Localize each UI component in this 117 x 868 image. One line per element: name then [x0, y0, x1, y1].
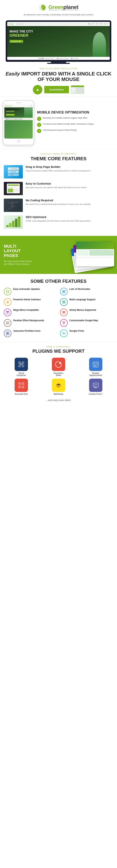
multi-layout-left: MULTI LAYOUT PAGES We create several Uni…	[4, 244, 34, 266]
feat-title-8: Customizable Google Map	[69, 319, 113, 322]
feat-title-5: Mega Menu Compatible	[13, 309, 57, 311]
svg-rect-44	[22, 385, 24, 388]
stickymenu-svg	[62, 311, 66, 314]
svg-rect-19	[6, 322, 9, 323]
svg-rect-51	[57, 384, 60, 385]
eg-svg	[18, 381, 25, 389]
one-click-section: ONE-CLICK DEMO INSTALLATION Easily IMPOR…	[0, 64, 117, 96]
feature-title-4: SEO Optimized	[26, 215, 113, 219]
svg-rect-15	[62, 311, 65, 312]
svg-rect-7	[64, 292, 65, 293]
svg-rect-25	[8, 334, 9, 335]
feat-text-2: Lots of Shortcodes	[69, 288, 113, 290]
svg-text:CF7: CF7	[94, 387, 97, 389]
theme-features-section: FOR EASY WEBSITE CREATION THEME CORE FEA…	[0, 149, 117, 236]
cf7-svg: CF7	[92, 381, 99, 389]
other-feat-4: Multi Language Support	[60, 298, 113, 306]
other-feat-5: Mega Menu Compatible	[4, 309, 57, 316]
feature-text-2: Easy to Customize Awesome easy-to-use op…	[26, 182, 113, 189]
feature-img-1-content: ⊞ Image Widget ☰ Text Block ▶ Button	[6, 166, 20, 178]
phone-nav: 🌿 Greenplanet ☰	[4, 104, 33, 107]
theme-features-label: FOR EASY WEBSITE CREATION	[4, 153, 113, 155]
svg-marker-31	[59, 361, 62, 364]
phone-count-label: number of supporters worldwide	[9, 118, 22, 120]
other-feat-9: Awesome Portfolio Icons	[4, 330, 57, 337]
vc-svg: VC	[18, 361, 25, 368]
contact-form-icon: CF7	[89, 379, 103, 392]
plugin-essential-grid: Essential Grid	[4, 379, 39, 395]
mailchimp-icon	[52, 379, 65, 392]
feat-title-3: Powerful Admin Interface	[13, 298, 57, 301]
plugin-name-1: VisualComposer	[17, 372, 26, 376]
plugins-title: PLUGINS WE SUPPORT	[4, 348, 113, 354]
feat-icon-megamenu	[4, 309, 11, 316]
logo-text: Greenplanet ECOLOGY ORGANIZATION	[49, 4, 79, 11]
feat-text-10: Google Fonts	[69, 330, 113, 332]
shortcodes-svg	[62, 290, 66, 293]
laptop-stats-bar: 143,507 supporters worldwide Eco project…	[7, 57, 110, 60]
svg-text:VC: VC	[20, 363, 23, 366]
other-feat-3: Powerful Admin Interface	[4, 298, 57, 306]
plugin-revolution-slider: RevolutionSlider	[41, 358, 76, 376]
other-features-grid: Easy Automatic Updates Lots of Shortcode…	[4, 288, 113, 337]
other-feat-7: Parallax Effect Backgrounds	[4, 319, 57, 327]
mobile-feature-3: 3 Fully Responsive layout & Retina Ready	[37, 129, 114, 133]
laptop-section: greenplanet.com HOME ABOUT PAGES NEWS CO…	[0, 19, 117, 64]
plugin-name-2: RevolutionSlider	[54, 372, 63, 376]
svg-rect-17	[62, 313, 65, 313]
mobile-section: 🌿 Greenplanet ☰ Make THE CITYGREENER GET…	[0, 97, 117, 149]
other-feat-2: Lots of Shortcodes	[60, 288, 113, 296]
mobile-feat-num-1: 1	[37, 117, 41, 121]
booked-icon	[89, 358, 103, 371]
one-click-label: ONE-CLICK DEMO INSTALLATION	[4, 68, 113, 69]
plugin-contact-form: CF7 Contact Form 7	[78, 379, 113, 395]
other-feat-6: Sticky Menus Supported	[60, 309, 113, 316]
feature-img-2	[4, 182, 23, 195]
phone-home-button	[17, 139, 21, 143]
multi-layout-title: MULTI LAYOUT PAGES	[4, 244, 34, 258]
install-icon	[33, 85, 42, 94]
nav-dot-green	[12, 24, 13, 25]
svg-rect-16	[62, 312, 65, 313]
phone-screen: 🌿 Greenplanet ☰ Make THE CITYGREENER GET…	[4, 104, 33, 138]
multi-layout-desc: We create several Unique Demos with Diff…	[4, 260, 34, 266]
nav-dot-red	[9, 24, 10, 25]
plugin-visual-composer: VC VisualComposer	[4, 358, 39, 376]
feature-img-4-content: ↑ SEO	[4, 215, 23, 229]
feat-text-5: Mega Menu Compatible	[13, 309, 57, 311]
feature-img-3: <div class="site"> <header> Logo </heade…	[4, 198, 23, 212]
phone-wrap: 🌿 Greenplanet ☰ Make THE CITYGREENER GET…	[3, 100, 34, 145]
feat-icon-parallax	[4, 319, 11, 327]
phone-hero-content: Make THE CITYGREENER GET INVOLVED	[6, 108, 31, 116]
feat-title-7: Parallax Effect Backgrounds	[13, 319, 57, 322]
svg-rect-22	[6, 332, 7, 333]
multi-layout-right	[37, 241, 113, 269]
feat-icon-multilang	[60, 298, 68, 306]
svg-rect-23	[8, 332, 9, 333]
logo: Greenplanet ECOLOGY ORGANIZATION	[4, 3, 113, 12]
mobile-features-list: 1 Absolutely all scrollable sections sup…	[37, 117, 114, 133]
feat-text-9: Awesome Portfolio Icons	[13, 330, 57, 332]
other-feat-1: Easy Automatic Updates	[4, 288, 57, 296]
feature-img-3-content: <div class="site"> <header> Logo </heade…	[4, 198, 23, 212]
svg-rect-6	[62, 292, 64, 293]
feat-icon-stickymenu	[60, 309, 68, 316]
svg-rect-20	[6, 323, 8, 324]
portfolio-svg	[6, 332, 9, 335]
svg-rect-14	[8, 312, 9, 314]
laptop-cta-btn[interactable]: GET INVOLVED	[9, 40, 23, 43]
feat-icon-googlefonts: Aa	[60, 330, 68, 337]
install-button[interactable]: Installation	[44, 86, 69, 93]
booked-svg	[92, 361, 99, 368]
feat-title-2: Lots of Shortcodes	[69, 288, 113, 290]
parallax-svg	[6, 321, 9, 325]
feat-icon-googlemap	[60, 319, 68, 327]
nav-dot-yellow	[10, 24, 11, 25]
mobile-feat-num-2: 2	[37, 123, 41, 127]
svg-rect-52	[93, 383, 98, 387]
feature-desc-3: No need to be a professional web develop…	[26, 203, 113, 206]
feature-img-2-content	[4, 182, 23, 195]
svg-rect-38	[97, 364, 98, 365]
feat-text-1: Easy Automatic Updates	[13, 288, 57, 290]
phone-stats: 143,507 number of supporters worldwide	[4, 118, 33, 120]
